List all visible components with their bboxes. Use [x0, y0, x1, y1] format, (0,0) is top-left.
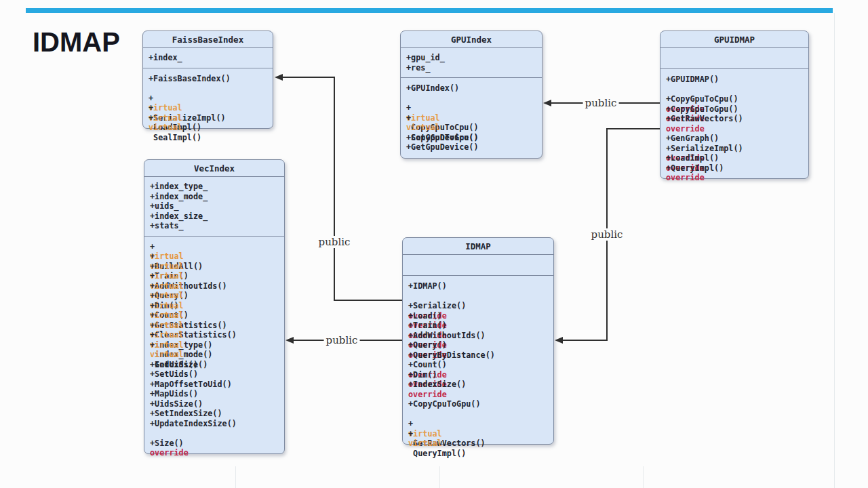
connector-label: public [589, 228, 625, 241]
class-method: +GetUids() [150, 360, 279, 370]
class-method: +Size() override [150, 439, 279, 449]
class-method: +SetUids() [150, 369, 279, 380]
class-method: +GetGpuDevice() [406, 142, 536, 152]
class-attribute: +gpu_id_ [406, 53, 536, 63]
class-name: GPUIndex [401, 31, 542, 48]
arrowhead-icon [555, 337, 563, 344]
class-method: +IndexSize() override [408, 380, 548, 390]
class-method: +UidsSize() [150, 399, 279, 409]
class-method: +MapUids() [150, 389, 279, 399]
connector-line-idmap-to-faissbaseindex [334, 300, 402, 301]
class-method: +GPUIDMAP() [666, 75, 803, 85]
class-attribute: +index_size_ [150, 211, 279, 222]
class-methods: +GPUIDMAP()+CopyGpuToCpu() override+Copy… [660, 69, 808, 178]
class-method: +CopyCpuToGpu() [408, 399, 548, 409]
class-method: +virtual BuildAll() [150, 242, 279, 252]
class-method: +virtual SerializeImpl() [149, 94, 267, 104]
arrowhead-icon [543, 100, 551, 106]
class-method: +QueryByDistance() [408, 350, 548, 361]
class-attribute: +uids_ [150, 201, 279, 211]
connector-line-gpuidmap-to-idmap [606, 128, 660, 129]
class-method [149, 83, 267, 94]
background-gridline [235, 466, 236, 488]
class-attributes: +index_ [143, 48, 273, 68]
class-attributes: +index_type_+index_mode_+uids_+index_siz… [144, 177, 284, 237]
class-method: +SetGpuDevice() [406, 133, 536, 143]
class-method [408, 291, 548, 302]
class-method: +Count() override [408, 360, 548, 370]
class-method: +LoadImpl() override [666, 153, 803, 163]
class-attribute: +stats_ [150, 221, 279, 231]
class-method: +QueryImpl() override [666, 163, 803, 174]
uml-class-diagram: FaissBaseIndex+index_+FaissBaseIndex()+v… [0, 0, 868, 488]
class-method [150, 428, 279, 439]
class-name: VecIndex [144, 160, 284, 177]
class-attributes: +gpu_id_+res_ [401, 48, 542, 78]
override-keyword: override [666, 173, 803, 183]
class-method: +GetRawVectors() override [666, 114, 803, 124]
class-method: +virtual CopyGpuToCpu() [406, 103, 536, 113]
class-method: +CopyGpuToGpu() override [666, 104, 803, 115]
class-attribute: +index_type_ [150, 182, 279, 192]
class-attributes [660, 48, 808, 69]
class-method: +MapOffsetToUid() [150, 380, 279, 390]
connector-label: public [324, 334, 360, 346]
class-attribute: +index_mode_ [150, 192, 279, 202]
class-box-gpuindex: GPUIndex+gpu_id_+res_+GPUIndex()+virtual… [400, 30, 542, 159]
connector-label: public [317, 236, 353, 248]
virtual-keyword: virtual [149, 123, 267, 133]
arrowhead-icon [285, 337, 294, 344]
arrowhead-icon [275, 74, 283, 81]
class-name: GPUIDMAP [660, 31, 808, 48]
class-method: +virtual GetRawVectors() [408, 419, 548, 429]
class-method: +CopyGpuToCpu() override [666, 94, 803, 104]
class-box-vecindex: VecIndex+index_type_+index_mode_+uids_+i… [144, 159, 285, 454]
class-method: +GPUIndex() [406, 83, 536, 94]
slide-page: IDMAP FaissBaseIndex+index_+FaissBaseInd… [0, 0, 868, 488]
override-keyword: override [150, 448, 279, 458]
background-gridline [643, 466, 644, 488]
class-method: +IDMAP() [408, 281, 548, 291]
class-method: +Query() override [408, 340, 548, 350]
class-attributes [403, 255, 553, 276]
class-method: +AddWithoutIds() override [408, 331, 548, 341]
class-methods: +GPUIndex()+virtual CopyGpuToCpu()+virtu… [401, 78, 542, 158]
class-method: +Dim() override [408, 370, 548, 380]
class-method: +Load() override [408, 311, 548, 321]
class-name: IDMAP [403, 238, 553, 255]
class-methods: +virtual BuildAll()+virtual Train()+virt… [144, 237, 284, 454]
class-method [408, 409, 548, 420]
class-box-gpuidmap: GPUIDMAP+GPUIDMAP()+CopyGpuToCpu() overr… [660, 30, 809, 179]
class-method: +Serialize() override [408, 301, 548, 311]
connector-line-gpuidmap-to-idmap [563, 340, 608, 341]
class-method: +SerializeImpl() override [666, 144, 803, 154]
background-gridline [439, 466, 440, 488]
class-box-faissbaseindex: FaissBaseIndex+index_+FaissBaseIndex()+v… [142, 30, 273, 129]
class-attribute: +res_ [406, 63, 536, 73]
class-method [406, 94, 536, 104]
class-name: FaissBaseIndex [143, 31, 273, 48]
connector-line-idmap-to-faissbaseindex [283, 77, 335, 78]
class-method: +SetIndexSize() [150, 409, 279, 419]
class-methods: +FaissBaseIndex()+virtual SerializeImpl(… [143, 68, 273, 129]
connector-line-idmap-to-faissbaseindex [334, 77, 335, 301]
class-method: +UpdateIndexSize() [150, 419, 279, 429]
class-box-idmap: IDMAP+IDMAP()+Serialize() override+Load(… [402, 237, 554, 445]
class-attribute: +index_ [149, 53, 267, 63]
class-methods: +IDMAP()+Serialize() override+Load() ove… [403, 276, 553, 444]
connector-label: public [583, 97, 619, 109]
class-method: +FaissBaseIndex() [149, 74, 267, 84]
class-method: +GenGraph() [666, 134, 803, 144]
class-method [666, 85, 803, 95]
class-method: +Train() override [408, 321, 548, 331]
background-gridline [834, 13, 835, 488]
